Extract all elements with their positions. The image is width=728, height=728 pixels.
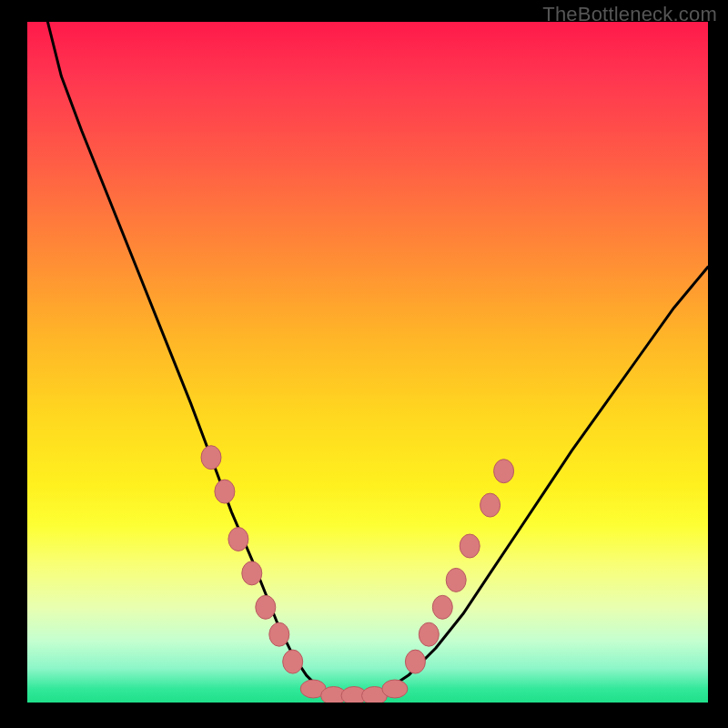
curve-marker <box>480 493 500 517</box>
curve-marker <box>201 446 221 470</box>
curve-marker <box>419 622 439 646</box>
curve-marker <box>446 568 466 592</box>
curve-marker <box>215 480 235 503</box>
curve-marker <box>382 680 408 698</box>
curve-marker <box>228 528 248 551</box>
plot-area <box>27 22 708 703</box>
curve-marker <box>432 595 452 619</box>
chart-stage: TheBottleneck.com <box>0 0 728 728</box>
curve-marker <box>242 561 262 585</box>
curve-marker <box>256 595 276 619</box>
curve-marker <box>494 460 514 483</box>
curve-marker <box>269 622 289 646</box>
curve-marker <box>405 650 425 673</box>
bottleneck-curve-path <box>47 22 708 696</box>
curve-markers <box>201 446 514 703</box>
curve-marker <box>460 534 480 558</box>
curve-marker <box>283 650 303 673</box>
curve-svg <box>27 22 708 703</box>
